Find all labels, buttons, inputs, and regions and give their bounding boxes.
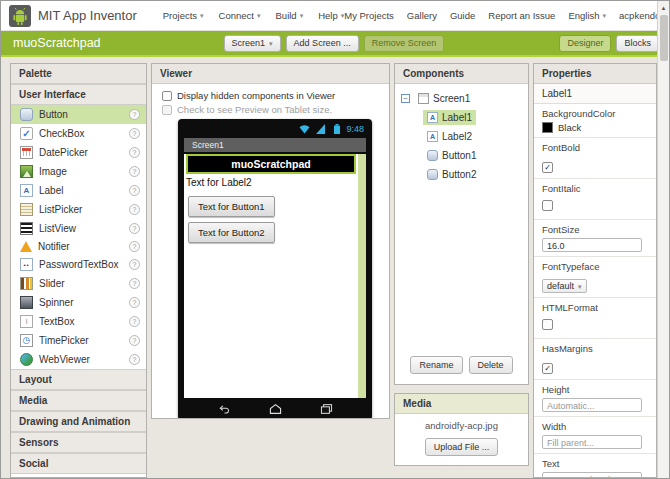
screen-scroll-strip — [358, 154, 366, 398]
phone-screen[interactable]: muoScratchpad Text for Label2 Text for B… — [184, 154, 366, 398]
display-hidden-checkbox[interactable] — [162, 91, 172, 101]
help-icon[interactable]: ? — [129, 241, 140, 252]
link-gallery[interactable]: Gallery — [407, 10, 437, 21]
menu-connect[interactable]: Connect▾ — [219, 10, 261, 21]
fontsize-input[interactable]: 16.0 — [542, 238, 642, 252]
upload-file-button[interactable]: Upload File ... — [425, 438, 499, 456]
width-input[interactable]: Fill parent... — [542, 435, 642, 449]
palette-item-label: Label — [39, 185, 123, 196]
button2-component[interactable]: Text for Button2 — [188, 222, 275, 243]
palette-item-image[interactable]: Image? — [11, 162, 146, 181]
checkbox-icon: ✓ — [20, 127, 33, 140]
blocks-button[interactable]: Blocks — [616, 35, 659, 52]
palette-item-notifier[interactable]: Notifier? — [11, 238, 146, 255]
help-icon[interactable]: ? — [129, 278, 140, 289]
label1-component[interactable]: muoScratchpad — [186, 154, 356, 174]
palette-section-layout[interactable]: Layout — [11, 369, 146, 390]
menu-help[interactable]: Help▾ — [318, 10, 344, 21]
prop-label: FontBold — [542, 142, 648, 153]
link-guide[interactable]: Guide — [450, 10, 475, 21]
screen-selector[interactable]: Screen1 ▾ — [224, 35, 281, 52]
palette-item-spinner[interactable]: Spinner? — [11, 293, 146, 312]
prop-hasmargins: HasMargins✓ — [534, 339, 656, 380]
language-menu[interactable]: English▾ — [568, 10, 606, 21]
passwordtextbox-icon: •• — [20, 258, 33, 271]
fontbold-checkbox[interactable]: ✓ — [542, 162, 553, 173]
scrollbar-thumb[interactable] — [660, 15, 668, 61]
link-my-projects[interactable]: My Projects — [344, 10, 394, 21]
help-icon[interactable]: ? — [129, 316, 140, 327]
help-icon[interactable]: ? — [129, 297, 140, 308]
screen-selector-label: Screen1 — [232, 38, 266, 48]
collapse-icon[interactable]: − — [401, 94, 410, 103]
color-swatch — [542, 122, 553, 133]
palette-item-label[interactable]: ALabel? — [11, 181, 146, 200]
link-report-an-issue[interactable]: Report an Issue — [488, 10, 555, 21]
tree-item-label2[interactable]: ALabel2 — [423, 129, 522, 144]
help-icon[interactable]: ? — [129, 109, 140, 120]
designer-button[interactable]: Designer — [559, 35, 611, 52]
palette-section-drawing-and-animation[interactable]: Drawing and Animation — [11, 411, 146, 432]
fontitalic-checkbox[interactable] — [542, 200, 553, 211]
palette-section-user-interface[interactable]: User Interface — [11, 84, 146, 105]
htmlformat-checkbox[interactable] — [542, 319, 553, 330]
palette-section-sensors[interactable]: Sensors — [11, 432, 146, 453]
label2-component[interactable]: Text for Label2 — [184, 174, 358, 191]
status-time: 9:48 — [346, 124, 364, 134]
palette-item-listpicker[interactable]: ListPicker? — [11, 200, 146, 219]
palette-item-textbox[interactable]: ITextBox? — [11, 312, 146, 331]
scroll-up-icon[interactable]: ▲ — [661, 1, 667, 11]
menu-projects[interactable]: Projects▾ — [163, 10, 204, 21]
window-scrollbar[interactable]: ▲ — [657, 1, 669, 478]
help-icon[interactable]: ? — [129, 166, 140, 177]
palette-item-passwordtextbox[interactable]: ••PasswordTextBox? — [11, 255, 146, 274]
palette-section-social[interactable]: Social — [11, 453, 146, 474]
tablet-preview-checkbox[interactable] — [162, 105, 172, 115]
signal-icon — [314, 122, 327, 135]
tree-item-label1[interactable]: ALabel1 — [423, 110, 522, 125]
fonttypeface-select[interactable]: default▾ — [542, 279, 587, 293]
height-input[interactable]: Automatic... — [542, 398, 642, 412]
palette-item-label: CheckBox — [39, 128, 123, 139]
help-icon[interactable]: ? — [129, 128, 140, 139]
listview-icon — [20, 222, 33, 235]
palette-item-timepicker[interactable]: ◷TimePicker? — [11, 331, 146, 350]
help-icon[interactable]: ? — [129, 259, 140, 270]
app-inventor-window: MIT App Inventor Projects▾Connect▾Build▾… — [0, 0, 670, 479]
help-icon[interactable]: ? — [129, 354, 140, 365]
remove-screen-button[interactable]: Remove Screen — [364, 35, 445, 52]
help-icon[interactable]: ? — [129, 185, 140, 196]
tree-item-screen1[interactable]: −Screen1 — [401, 91, 522, 106]
delete-button[interactable]: Delete — [469, 356, 513, 374]
palette-section-media[interactable]: Media — [11, 390, 146, 411]
rename-button[interactable]: Rename — [410, 356, 462, 374]
palette-item-checkbox[interactable]: ✓CheckBox? — [11, 124, 146, 143]
hasmargins-checkbox[interactable]: ✓ — [542, 363, 553, 374]
palette-items: Button?✓CheckBox?DatePicker?Image?ALabel… — [11, 105, 146, 369]
help-icon[interactable]: ? — [129, 335, 140, 346]
tree-item-label: Button1 — [442, 150, 476, 161]
palette-item-slider[interactable]: Slider? — [11, 274, 146, 293]
wifi-icon — [298, 122, 311, 135]
palette-item-label: TextBox — [39, 316, 123, 327]
media-file[interactable]: androidfy-acp.jpg — [401, 420, 522, 431]
button-icon — [20, 108, 33, 121]
tree-item-button1[interactable]: Button1 — [423, 148, 522, 163]
backgroundcolor-picker[interactable]: Black — [542, 122, 648, 133]
palette-item-datepicker[interactable]: DatePicker? — [11, 143, 146, 162]
button1-component[interactable]: Text for Button1 — [188, 196, 275, 217]
palette-item-button[interactable]: Button? — [11, 105, 146, 124]
tablet-preview-row: Check to see Preview on Tablet size. — [162, 104, 383, 115]
text-input[interactable]: muoScratchpad — [542, 472, 642, 478]
palette-item-label: DatePicker — [39, 147, 123, 158]
help-icon[interactable]: ? — [129, 204, 140, 215]
add-screen-button[interactable]: Add Screen ... — [286, 35, 359, 52]
phone-screen-title: Screen1 — [184, 138, 366, 152]
select-value: default — [547, 281, 574, 291]
menu-build[interactable]: Build▾ — [276, 10, 304, 21]
palette-item-webviewer[interactable]: WebViewer? — [11, 350, 146, 369]
help-icon[interactable]: ? — [129, 147, 140, 158]
tree-item-button2[interactable]: Button2 — [423, 167, 522, 182]
palette-item-listview[interactable]: ListView? — [11, 219, 146, 238]
help-icon[interactable]: ? — [129, 223, 140, 234]
